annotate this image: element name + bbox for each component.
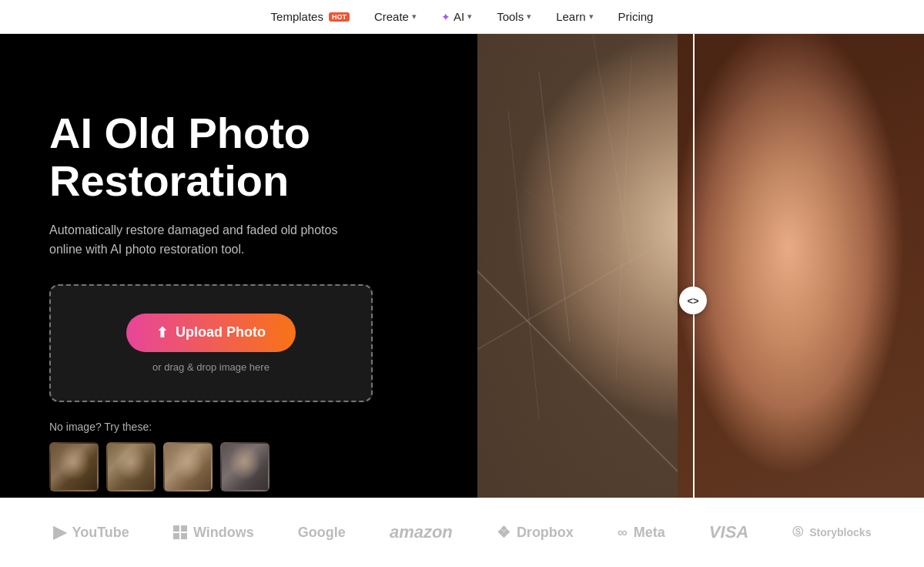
svg-line-3 [616,57,631,381]
nav-learn-label: Learn [556,10,585,23]
navbar: Templates HOT Create ▾ ✦ AI ▾ Tools ▾ Le… [0,0,924,34]
sample-images [49,442,397,492]
trusted-by-logos: ▶ YouTube Windows Google amazon ❖ Dropbo… [0,498,924,567]
logo-storyblocks: Ⓢ Storyblocks [792,525,871,539]
storyblocks-label: Storyblocks [809,526,871,538]
hot-badge: HOT [329,12,350,22]
photo-new-side [678,34,924,567]
meta-icon: ∞ [618,525,628,541]
logo-meta: ∞ Meta [618,525,665,541]
chevron-down-icon: ▾ [527,12,531,22]
svg-line-2 [508,111,539,419]
upload-button-label: Upload Photo [176,324,266,341]
logo-windows: Windows [173,525,254,541]
page-title: AI Old Photo Restoration [49,109,397,204]
hero-subtitle: Automatically restore damaged and faded … [49,220,373,260]
comparison-handle[interactable]: <> [679,287,707,314]
windows-label: Windows [193,525,254,541]
logo-amazon: amazon [390,522,453,542]
hero-section: <> AI Old Photo Restoration Automaticall… [0,34,924,567]
logo-visa: VISA [709,522,748,542]
sample-image-2[interactable] [106,442,156,492]
nav-tools-label: Tools [497,10,524,23]
upload-dropzone[interactable]: ⬆ Upload Photo or drag & drop image here [49,284,373,402]
sample-image-1[interactable] [49,442,99,492]
dropbox-icon: ❖ [497,523,511,542]
chevron-down-icon: ▾ [589,12,594,22]
sample-image-3[interactable] [163,442,213,492]
logo-google: Google [298,525,346,541]
dropbox-label: Dropbox [517,525,574,541]
nav-create[interactable]: Create ▾ [374,10,417,23]
upload-photo-button[interactable]: ⬆ Upload Photo [126,314,296,352]
logo-youtube: ▶ YouTube [53,522,129,542]
storyblocks-icon: Ⓢ [792,525,803,539]
nav-create-label: Create [374,10,409,23]
ai-sparkle-icon: ✦ [441,11,450,23]
nav-pricing[interactable]: Pricing [618,10,654,23]
drag-drop-hint: or drag & drop image here [152,361,270,373]
svg-line-4 [524,188,670,304]
youtube-label: YouTube [72,525,129,541]
samples-label: No image? Try these: [49,421,373,433]
nav-ai-label: AI [454,10,464,23]
nav-learn[interactable]: Learn ▾ [556,10,593,23]
windows-icon [173,525,187,539]
nav-templates-label: Templates [271,10,323,23]
youtube-icon: ▶ [53,522,66,542]
svg-line-1 [593,34,631,265]
nav-tools[interactable]: Tools ▾ [497,10,531,23]
chevron-down-icon: ▾ [467,12,472,22]
nav-ai[interactable]: ✦ AI ▾ [441,10,472,23]
arrows-icon: <> [687,295,698,307]
nav-pricing-label: Pricing [618,10,654,23]
amazon-label: amazon [390,522,453,542]
nav-templates[interactable]: Templates HOT [271,10,350,23]
svg-line-0 [539,72,570,342]
upload-icon: ⬆ [156,324,168,341]
google-label: Google [298,525,346,541]
face-new-overlay [678,34,924,567]
logo-dropbox: ❖ Dropbox [497,523,574,542]
hero-content: AI Old Photo Restoration Automatically r… [0,34,447,567]
chevron-down-icon: ▾ [412,12,417,22]
sample-image-4[interactable] [220,442,270,492]
meta-label: Meta [634,525,665,541]
visa-label: VISA [709,522,748,542]
